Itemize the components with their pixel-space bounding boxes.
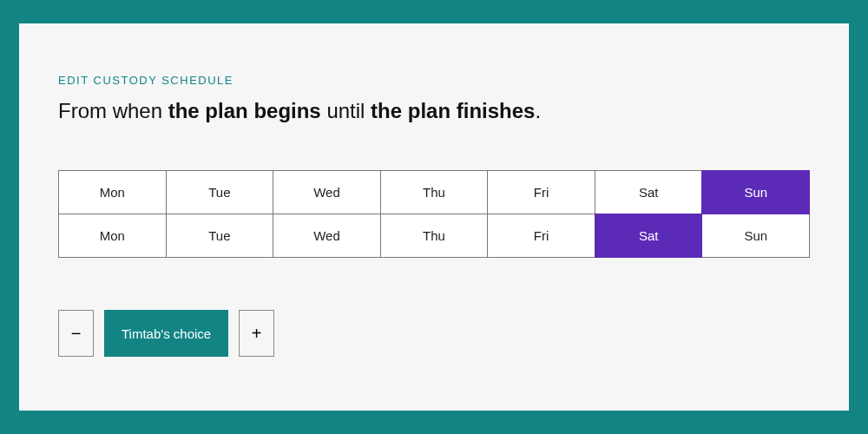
headline-part: From when: [58, 99, 168, 122]
controls-row: − Timtab's choice +: [58, 310, 810, 357]
day-cell[interactable]: Thu: [380, 170, 489, 214]
timtab-choice-button[interactable]: Timtab's choice: [104, 310, 228, 357]
day-cell[interactable]: Fri: [487, 170, 595, 214]
day-cell[interactable]: Sun: [701, 214, 810, 258]
day-cell[interactable]: Fri: [487, 214, 595, 258]
day-cell[interactable]: Sun: [701, 170, 810, 214]
day-cell[interactable]: Mon: [58, 214, 167, 258]
headline-part: until: [321, 99, 371, 122]
schedule-row: MonTueWedThuFriSatSun: [58, 170, 810, 214]
schedule-grid: MonTueWedThuFriSatSunMonTueWedThuFriSatS…: [58, 170, 810, 258]
day-cell[interactable]: Tue: [166, 170, 274, 214]
edit-custody-panel: EDIT CUSTODY SCHEDULE From when the plan…: [19, 23, 849, 411]
day-cell[interactable]: Sat: [595, 170, 703, 214]
day-cell[interactable]: Tue: [166, 214, 274, 258]
schedule-row: MonTueWedThuFriSatSun: [58, 214, 810, 258]
day-cell[interactable]: Wed: [273, 214, 381, 258]
day-cell[interactable]: Mon: [58, 170, 167, 214]
headline: From when the plan begins until the plan…: [58, 99, 810, 123]
headline-bold: the plan finishes: [371, 99, 535, 122]
increment-button[interactable]: +: [239, 310, 274, 357]
day-cell[interactable]: Wed: [273, 170, 381, 214]
headline-part: .: [535, 99, 541, 122]
section-eyebrow: EDIT CUSTODY SCHEDULE: [58, 74, 810, 87]
headline-bold: the plan begins: [168, 99, 321, 122]
day-cell[interactable]: Thu: [380, 214, 489, 258]
decrement-button[interactable]: −: [58, 310, 94, 357]
day-cell[interactable]: Sat: [595, 214, 703, 258]
